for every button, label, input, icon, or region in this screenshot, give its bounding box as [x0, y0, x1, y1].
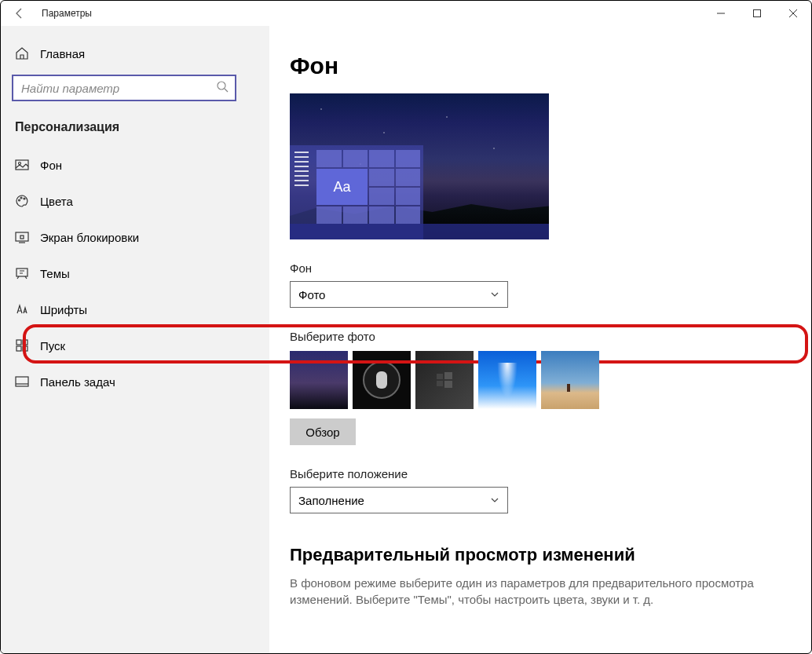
page-title: Фон	[290, 53, 791, 79]
sidebar-item-lockscreen[interactable]: Экран блокировки	[1, 219, 269, 255]
svg-rect-23	[437, 381, 443, 386]
palette-icon	[15, 194, 29, 208]
svg-rect-13	[20, 236, 24, 239]
preview-aa-tile: Aa	[316, 169, 368, 205]
svg-rect-16	[23, 340, 27, 345]
sidebar-item-start[interactable]: Пуск	[1, 327, 269, 364]
svg-point-9	[20, 197, 22, 199]
image-icon	[15, 158, 29, 172]
sidebar-item-background[interactable]: Фон	[1, 147, 269, 183]
background-preview: Aa	[290, 93, 549, 239]
sidebar-item-fonts[interactable]: Шрифты	[1, 291, 269, 327]
svg-rect-17	[16, 346, 21, 351]
photo-thumbnail[interactable]	[415, 351, 474, 409]
taskbar-icon	[15, 374, 29, 389]
svg-rect-19	[16, 377, 28, 386]
sidebar: Главная Персонализация Фон Цвета Эк	[1, 26, 269, 654]
svg-point-10	[24, 198, 25, 199]
window-controls	[703, 1, 811, 26]
fit-label: Выберите положение	[290, 467, 791, 480]
preview-heading: Предварительный просмотр изменений	[290, 545, 791, 565]
window-title: Параметры	[42, 8, 92, 19]
themes-icon	[15, 266, 29, 280]
svg-rect-22	[444, 372, 452, 379]
titlebar: Параметры	[1, 1, 811, 26]
sidebar-item-label: Шрифты	[40, 303, 87, 316]
svg-rect-24	[444, 381, 452, 388]
svg-point-8	[19, 199, 20, 201]
lockscreen-icon	[15, 230, 29, 244]
background-select-value: Фото	[298, 288, 325, 301]
svg-rect-21	[437, 374, 443, 379]
sidebar-item-label: Экран блокировки	[40, 231, 139, 244]
svg-line-5	[225, 89, 228, 92]
choose-photo-label: Выберите фото	[290, 330, 791, 343]
svg-point-4	[218, 82, 225, 90]
sidebar-home[interactable]: Главная	[1, 38, 269, 68]
content: Фон Aa Фон Фото Выберите фото	[269, 26, 811, 654]
svg-rect-14	[16, 269, 27, 276]
search-input[interactable]	[21, 82, 216, 95]
preview-description: В фоновом режиме выберите один из параме…	[290, 575, 777, 608]
sidebar-section-label: Персонализация	[1, 115, 269, 142]
photo-thumbnail[interactable]	[478, 351, 536, 409]
start-icon	[15, 338, 29, 353]
svg-rect-1	[754, 10, 761, 17]
sidebar-home-label: Главная	[40, 47, 85, 60]
sidebar-item-label: Панель задач	[40, 375, 115, 389]
photo-thumbnail[interactable]	[353, 351, 411, 409]
fit-select-value: Заполнение	[298, 494, 364, 507]
sidebar-item-themes[interactable]: Темы	[1, 255, 269, 291]
fit-select[interactable]: Заполнение	[290, 487, 508, 513]
thumbnail-row	[290, 351, 791, 409]
browse-button[interactable]: Обзор	[290, 418, 356, 445]
sidebar-item-label: Фон	[40, 159, 62, 172]
sidebar-item-label: Цвета	[40, 195, 73, 208]
sidebar-item-label: Темы	[40, 267, 70, 280]
maximize-button[interactable]	[739, 1, 775, 26]
sidebar-item-colors[interactable]: Цвета	[1, 183, 269, 219]
svg-rect-18	[23, 346, 27, 351]
sidebar-item-taskbar[interactable]: Панель задач	[1, 364, 269, 400]
sidebar-item-label: Пуск	[40, 339, 65, 353]
photo-thumbnail[interactable]	[541, 351, 599, 409]
fonts-icon	[15, 302, 29, 316]
photo-thumbnail[interactable]	[290, 351, 348, 409]
home-icon	[15, 46, 29, 60]
chevron-down-icon	[490, 288, 499, 301]
svg-point-7	[19, 163, 21, 165]
back-button[interactable]	[12, 5, 27, 21]
chevron-down-icon	[490, 494, 499, 507]
svg-rect-11	[16, 232, 28, 241]
search-icon	[216, 80, 229, 96]
background-label: Фон	[290, 261, 791, 275]
minimize-button[interactable]	[703, 1, 739, 26]
search-box[interactable]	[12, 75, 236, 101]
svg-rect-15	[16, 340, 21, 345]
background-select[interactable]: Фото	[290, 281, 508, 308]
close-button[interactable]	[775, 1, 811, 26]
